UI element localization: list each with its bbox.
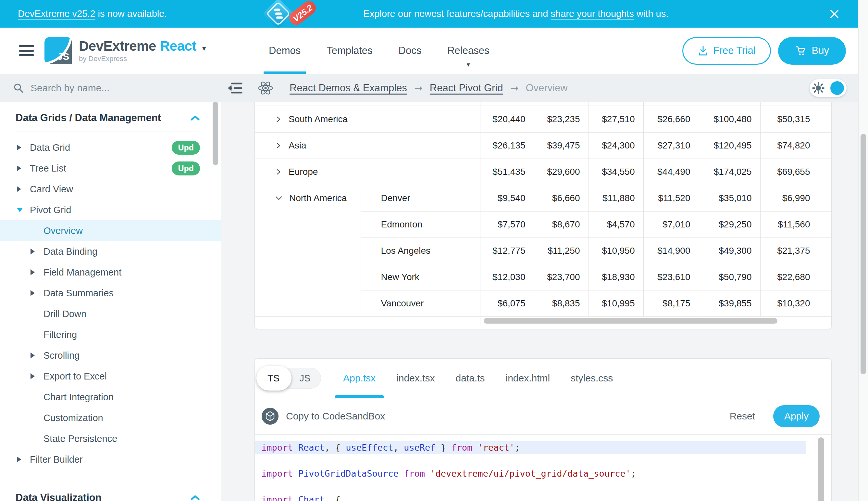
- sidebar-item-label: Data Binding: [44, 246, 97, 257]
- apply-button[interactable]: Apply: [773, 405, 820, 427]
- collapsed-arrow-icon: [17, 166, 30, 171]
- language-option-ts[interactable]: TS: [258, 373, 289, 384]
- sidebar-item-filter-builder[interactable]: Filter Builder: [0, 449, 221, 470]
- banner-message: Explore our newest features/capabilities…: [363, 9, 668, 19]
- expand-row-icon[interactable]: [275, 168, 282, 176]
- code-token: useRef: [404, 443, 436, 452]
- pivot-filler-cell: [818, 106, 831, 132]
- breadcrumb-current: Overview: [526, 82, 568, 94]
- breadcrumb-link[interactable]: React Pivot Grid: [430, 82, 503, 94]
- pivot-value-cell: $174,025: [699, 159, 760, 185]
- nav-item-templates[interactable]: Templates: [314, 28, 385, 74]
- sidebar-item-field-management[interactable]: Field Management: [0, 262, 221, 283]
- nav-item-releases[interactable]: Releases▼: [434, 28, 502, 74]
- code-editor[interactable]: import React, { useEffect, useRef } from…: [255, 435, 831, 501]
- pivot-expanded-group-cell[interactable]: North America: [255, 185, 361, 317]
- main-header: JS DevExtremeReact▼ by DevExpress DemosT…: [0, 28, 858, 74]
- code-scrollbar[interactable]: [818, 437, 824, 501]
- code-scrollbar-thumb[interactable]: [818, 437, 824, 501]
- collapse-row-icon[interactable]: [275, 195, 283, 202]
- file-tab-data-ts[interactable]: data.ts: [445, 359, 495, 398]
- pivot-cutoff-cell: [818, 102, 831, 106]
- theme-toggle[interactable]: [810, 79, 847, 97]
- share-your-thoughts-link[interactable]: share your thoughts: [551, 9, 634, 19]
- sidebar-item-pivot-grid[interactable]: Pivot Grid: [0, 200, 221, 220]
- language-option-js[interactable]: JS: [289, 373, 321, 384]
- sidebar-item-chart-integration[interactable]: Chart Integration: [0, 387, 221, 407]
- download-icon: [697, 45, 708, 56]
- reset-button[interactable]: Reset: [730, 411, 755, 422]
- pivot-cutoff-cell: [644, 102, 699, 106]
- sidebar-item-drill-down[interactable]: Drill Down: [0, 303, 221, 324]
- pivot-value-cell: $51,435: [480, 159, 534, 185]
- pivot-city-cell: Edmonton: [361, 211, 480, 237]
- file-tab-styles-css[interactable]: styles.css: [560, 359, 623, 398]
- expand-row-icon[interactable]: [275, 115, 282, 123]
- breadcrumb-link[interactable]: React Demos & Examples: [289, 82, 407, 94]
- page-scrollbar-thumb[interactable]: [860, 134, 866, 374]
- devextreme-logo[interactable]: JS DevExtremeReact▼ by DevExpress: [44, 37, 207, 64]
- sidebar-menu: Data Grids / Data ManagementData GridUpd…: [0, 102, 221, 501]
- pivot-group-label: Europe: [288, 167, 318, 177]
- pivot-filler-cell: [818, 185, 831, 211]
- sidebar-item-state-persistence[interactable]: State Persistence: [0, 428, 221, 449]
- pivot-value-cell: $35,010: [699, 185, 760, 211]
- code-token: }: [436, 443, 451, 452]
- expand-row-icon[interactable]: [275, 142, 282, 149]
- pivot-group-cell[interactable]: Europe: [255, 159, 480, 185]
- banner-close-icon[interactable]: [828, 8, 840, 20]
- pivot-group-cell[interactable]: Asia: [255, 132, 480, 159]
- pivot-h-scrollbar[interactable]: [480, 317, 831, 325]
- collapse-section-icon[interactable]: [190, 495, 200, 501]
- pivot-h-scrollbar-thumb[interactable]: [484, 318, 778, 323]
- pivot-cutoff-cell: [534, 102, 589, 106]
- sidebar-scrollbar-thumb[interactable]: [213, 102, 218, 165]
- pivot-footer-left: [255, 317, 480, 325]
- collapsed-arrow-icon: [31, 352, 44, 358]
- framework-selector[interactable]: React: [160, 38, 196, 54]
- framework-caret-icon[interactable]: ▼: [201, 45, 207, 52]
- collapse-section-icon[interactable]: [190, 115, 200, 121]
- copy-to-codesandbox-button[interactable]: Copy to CodeSandBox: [261, 407, 385, 425]
- pivot-value-cell: $29,250: [699, 211, 760, 237]
- sidebar-section-0[interactable]: Data Grids / Data Management: [0, 103, 221, 131]
- hamburger-menu-icon[interactable]: [19, 43, 34, 59]
- sidebar-item-scrolling[interactable]: Scrolling: [0, 345, 221, 366]
- table-row: South America$20,440$23,235$27,510$26,66…: [255, 106, 831, 132]
- search-input[interactable]: [31, 83, 186, 94]
- buy-button[interactable]: Buy: [778, 37, 846, 65]
- sidebar-item-label: Pivot Grid: [30, 205, 71, 215]
- file-tab-app-tsx[interactable]: App.tsx: [333, 359, 386, 398]
- demo-scroll-area[interactable]: South America$20,440$23,235$27,510$26,66…: [221, 102, 858, 501]
- sidebar-item-export-to-excel[interactable]: Export to Excel: [0, 366, 221, 387]
- pivot-value-cell: $44,490: [644, 159, 699, 185]
- sidebar-item-overview[interactable]: Overview: [0, 220, 221, 241]
- language-toggle[interactable]: TSJS: [257, 368, 321, 388]
- sidebar-item-label: Card View: [30, 184, 73, 195]
- code-token: 'react': [478, 443, 515, 452]
- pivot-group-cell[interactable]: South America: [255, 106, 480, 132]
- sidebar-item-data-binding[interactable]: Data Binding: [0, 241, 221, 262]
- free-trial-button[interactable]: Free Trial: [682, 37, 771, 65]
- theme-toggle-knob[interactable]: [830, 81, 844, 95]
- sidebar-item-data-grid[interactable]: Data GridUpd: [0, 137, 221, 158]
- sidebar-item-data-summaries[interactable]: Data Summaries: [0, 283, 221, 303]
- page-scrollbar[interactable]: [858, 0, 868, 501]
- pivot-value-cell: $27,510: [589, 106, 644, 132]
- sidebar-scrollbar[interactable]: [213, 102, 218, 501]
- collapse-sidebar-icon[interactable]: [227, 81, 243, 95]
- nav-item-demos[interactable]: Demos: [256, 28, 314, 74]
- file-tab-index-html[interactable]: index.html: [495, 359, 561, 398]
- banner-version-link[interactable]: DevExtreme v25.2: [18, 9, 96, 19]
- pivot-value-cell: $7,010: [644, 211, 699, 237]
- sidebar-item-tree-list[interactable]: Tree ListUpd: [0, 158, 221, 179]
- sidebar-item-card-view[interactable]: Card View: [0, 179, 221, 200]
- pivot-value-cell: $11,880: [589, 185, 644, 211]
- nav-item-docs[interactable]: Docs: [386, 28, 435, 74]
- sidebar-search[interactable]: [0, 74, 221, 102]
- sidebar-item-customization[interactable]: Customization: [0, 407, 221, 428]
- file-tab-index-tsx[interactable]: index.tsx: [386, 359, 445, 398]
- sidebar-section-1[interactable]: Data Visualization: [0, 483, 221, 501]
- code-token: import: [261, 469, 293, 479]
- sidebar-item-filtering[interactable]: Filtering: [0, 324, 221, 345]
